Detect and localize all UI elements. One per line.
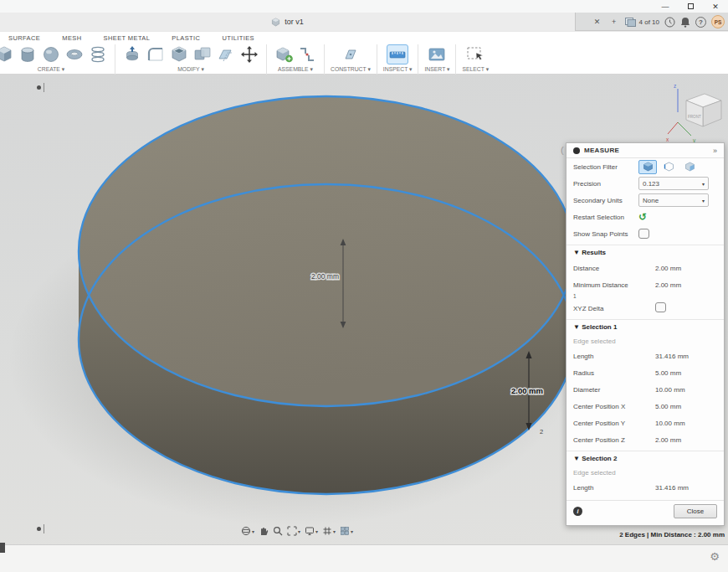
measure-tool-icon[interactable]	[387, 44, 408, 64]
create-torus-icon[interactable]	[64, 44, 85, 64]
gear-icon[interactable]: ⚙	[710, 550, 720, 563]
pager-text: 4 of 10	[639, 18, 659, 26]
radius-label: Radius	[573, 369, 655, 377]
insert-group-label[interactable]: INSERT ▾	[424, 66, 449, 73]
new-tab-icon[interactable]: +	[608, 18, 620, 26]
panel-dock-handle[interactable]: (	[561, 145, 564, 155]
fillet-icon[interactable]	[145, 44, 167, 64]
handle-dot-icon	[37, 85, 41, 90]
press-pull-icon[interactable]	[121, 44, 143, 64]
viewport-layout[interactable]: ▾	[340, 526, 353, 536]
minimize-button[interactable]: —	[653, 0, 678, 13]
panel-title: MEASURE	[584, 147, 619, 154]
window-titlebar: — ✕	[0, 0, 728, 13]
chevron-down-icon: ▾	[702, 198, 705, 204]
maximize-button[interactable]	[678, 0, 703, 13]
combine-icon[interactable]	[192, 44, 213, 64]
results-section-header[interactable]: ▼ Results	[567, 247, 724, 260]
orbit-tool[interactable]: ▾	[241, 526, 254, 536]
create-sphere-icon[interactable]	[40, 44, 62, 64]
filter-edge-button[interactable]	[659, 160, 678, 174]
axis-z-label: z	[674, 83, 676, 89]
info-icon[interactable]: i	[573, 507, 582, 516]
secondary-units-label: Secondary Units	[573, 197, 638, 204]
selection1-section-header[interactable]: ▼ Selection 1	[567, 322, 724, 334]
select-tool-icon[interactable]	[464, 44, 486, 64]
grid-settings[interactable]: ▾	[322, 526, 336, 536]
display-settings-icon	[305, 526, 315, 536]
offset-face-icon[interactable]	[215, 44, 237, 64]
tab-mesh[interactable]: MESH	[62, 34, 81, 42]
joint-icon[interactable]	[296, 44, 318, 64]
selection-filter-label: Selection Filter	[573, 163, 638, 171]
filter-body-button[interactable]	[638, 160, 657, 174]
document-tab[interactable]: tor v1	[0, 13, 576, 31]
face-select-icon	[684, 162, 695, 172]
group-construct: CONSTRUCT ▾	[331, 44, 371, 73]
tabs-overview-icon	[625, 18, 636, 27]
pan-tool[interactable]	[259, 526, 269, 536]
construct-plane-icon[interactable]	[340, 44, 361, 64]
group-assemble: ASSEMBLE ▾	[273, 44, 318, 73]
notifications-bell-icon[interactable]	[680, 17, 690, 28]
tab-surface[interactable]: SURFACE	[8, 34, 40, 42]
close-tab-icon[interactable]: ✕	[592, 18, 603, 26]
create-coil-icon[interactable]	[87, 44, 109, 64]
help-icon[interactable]: ?	[695, 17, 706, 28]
distance-row: Distance 2.00 mm	[567, 260, 724, 276]
assemble-group-label[interactable]: ASSEMBLE ▾	[278, 66, 313, 73]
modify-group-label[interactable]: MODIFY ▾	[177, 66, 204, 73]
center-z-value: 2.00 mm	[655, 436, 681, 444]
timeline-collapse-handle[interactable]	[37, 524, 44, 533]
new-component-icon[interactable]	[273, 44, 295, 64]
job-status-icon[interactable]	[664, 17, 675, 28]
document-pager[interactable]: 4 of 10	[625, 18, 659, 27]
toolbar-ribbon: SURFACE MESH SHEET METAL PLASTIC UTILITI…	[0, 32, 728, 75]
view-cube[interactable]: z x y FRONT	[664, 80, 726, 146]
construct-group-label[interactable]: CONSTRUCT ▾	[331, 66, 371, 73]
xyz-delta-checkbox[interactable]	[655, 302, 666, 312]
measure-header[interactable]: MEASURE »	[567, 143, 724, 158]
create-cylinder-icon[interactable]	[17, 44, 38, 64]
select-group-label[interactable]: SELECT ▾	[462, 66, 489, 73]
radius-row: Radius 5.00 mm	[567, 364, 724, 381]
close-window-button[interactable]: ✕	[703, 0, 728, 13]
filter-face-button[interactable]	[680, 160, 699, 174]
length2-label: Length	[573, 484, 655, 492]
display-settings[interactable]: ▾	[305, 526, 318, 536]
selection2-section-header[interactable]: ▼ Selection 2	[567, 453, 724, 466]
center-x-label: Center Position X	[573, 403, 655, 410]
tab-utilities[interactable]: UTILITIES	[222, 34, 254, 42]
fit-view-tool[interactable]: ▾	[287, 526, 300, 536]
group-select: SELECT ▾	[462, 44, 489, 73]
create-box-icon[interactable]	[0, 44, 15, 64]
user-avatar[interactable]: PS	[711, 15, 725, 28]
precision-dropdown[interactable]: 0.123▾	[638, 177, 709, 190]
axis-x-label: x	[666, 137, 669, 142]
xyz-delta-marker: 1	[567, 293, 724, 300]
group-inspect: INSPECT ▾	[383, 44, 413, 73]
inspect-group-label[interactable]: INSPECT ▾	[383, 66, 413, 73]
disk-top-face[interactable]	[79, 96, 574, 406]
xyz-delta-label: XYZ Delta	[573, 305, 655, 312]
move-copy-icon[interactable]	[238, 44, 260, 64]
restart-selection-icon[interactable]: ↺	[638, 213, 647, 221]
collapse-panel-icon[interactable]: »	[713, 147, 717, 155]
tab-plastic[interactable]: PLASTIC	[172, 34, 200, 42]
group-create: CREATE ▾	[0, 44, 109, 73]
precision-row: Precision 0.123▾	[567, 175, 724, 192]
dimension-center-label: 2.00 mm	[311, 272, 339, 281]
insert-canvas-icon[interactable]	[426, 44, 448, 64]
show-snap-points-checkbox[interactable]	[638, 229, 649, 239]
selection-filter-row: Selection Filter	[567, 158, 724, 175]
viewport-layout-icon	[340, 526, 350, 536]
tab-sheet-metal[interactable]: SHEET METAL	[104, 34, 151, 42]
close-button[interactable]: Close	[674, 504, 717, 518]
secondary-units-dropdown[interactable]: None▾	[638, 193, 709, 207]
shell-icon[interactable]	[168, 44, 190, 64]
measure-footer: i Close	[567, 500, 724, 518]
zoom-tool[interactable]	[273, 526, 283, 536]
show-snap-points-row: Show Snap Points	[567, 225, 724, 242]
browser-collapse-handle[interactable]	[37, 83, 44, 92]
create-group-label[interactable]: CREATE ▾	[38, 66, 64, 73]
